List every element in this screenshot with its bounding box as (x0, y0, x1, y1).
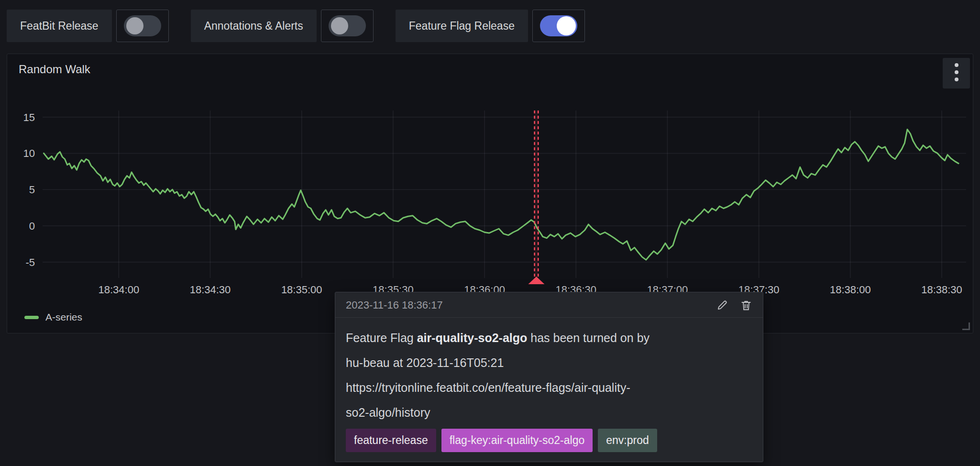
delete-annotation-button[interactable] (740, 299, 752, 311)
trash-icon (740, 299, 752, 311)
toggle-group-featbit-release: FeatBit Release (7, 10, 169, 42)
x-axis-tick-label: 18:34:00 (99, 284, 140, 296)
legend-label: A-series (45, 311, 82, 323)
annotation-marker-triangle[interactable] (528, 277, 544, 284)
annotations-alerts-switch-box (321, 10, 374, 42)
toggle-group-annotations-alerts: Annotations & Alerts (191, 10, 374, 42)
annotation-url-line1: https://tryitonline.featbit.co/en/featur… (346, 381, 630, 394)
annotations-alerts-toggle[interactable] (329, 15, 366, 36)
annotation-line2: hu-beau at 2023-11-16T05:21 (346, 356, 504, 369)
annotations-alerts-label: Annotations & Alerts (191, 10, 317, 42)
series-line-A-series (44, 129, 959, 260)
annotation-tooltip-header: 2023-11-16 18:36:17 (335, 292, 763, 318)
annotation-region (535, 111, 539, 277)
panel-resize-handle[interactable] (962, 322, 970, 330)
series-color-swatch (24, 316, 39, 319)
time-series-chart: 151050-518:34:0018:34:3018:35:0018:35:30… (7, 54, 973, 333)
y-axis-tick-label: 10 (23, 147, 35, 159)
flag-name: air-quality-so2-algo (417, 331, 528, 344)
y-axis-tick-label: 5 (29, 184, 35, 196)
tag-flag-key: flag-key:air-quality-so2-algo (441, 429, 593, 452)
toggle-group-feature-flag-release: Feature Flag Release (396, 10, 585, 42)
tag-env: env:prod (598, 429, 657, 452)
tag-feature-release: feature-release (346, 429, 436, 452)
annotation-timestamp: 2023-11-16 18:36:17 (346, 299, 443, 311)
feature-flag-release-label: Feature Flag Release (396, 10, 528, 42)
toggle-knob (126, 17, 143, 34)
annotation-actions (716, 299, 752, 311)
featbit-release-toggle[interactable] (124, 15, 161, 36)
annotation-line1-suffix: has been turned on by (527, 331, 650, 344)
feature-flag-release-switch-box (532, 10, 585, 42)
annotation-tags: feature-releaseflag-key:air-quality-so2-… (335, 425, 763, 462)
annotation-url-line2: so2-algo/history (346, 406, 430, 419)
y-axis-tick-label: -5 (25, 256, 35, 268)
featbit-release-switch-box (116, 10, 169, 42)
pencil-icon (716, 299, 728, 311)
legend-item-a-series[interactable]: A-series (24, 311, 82, 323)
x-axis-tick-label: 18:35:00 (281, 284, 322, 296)
toggle-knob (557, 16, 576, 35)
annotation-tooltip: 2023-11-16 18:36:17 Feature Flag air-qua… (335, 292, 763, 462)
annotation-line1-prefix: Feature Flag (346, 331, 417, 344)
toggle-toolbar: FeatBit Release Annotations & Alerts Fea… (7, 10, 607, 42)
x-axis-tick-label: 18:38:00 (830, 284, 871, 296)
featbit-release-label: FeatBit Release (7, 10, 112, 42)
annotation-text: Feature Flag air-quality-so2-algo has be… (335, 318, 763, 425)
feature-flag-release-toggle[interactable] (540, 15, 577, 36)
y-axis-tick-label: 0 (29, 220, 35, 232)
edit-annotation-button[interactable] (716, 299, 728, 311)
x-axis-tick-label: 18:38:30 (921, 284, 962, 296)
dashboard: FeatBit Release Annotations & Alerts Fea… (0, 0, 980, 466)
toggle-knob (331, 17, 348, 34)
x-axis-tick-label: 18:34:30 (190, 284, 231, 296)
y-axis-tick-label: 15 (23, 111, 35, 123)
